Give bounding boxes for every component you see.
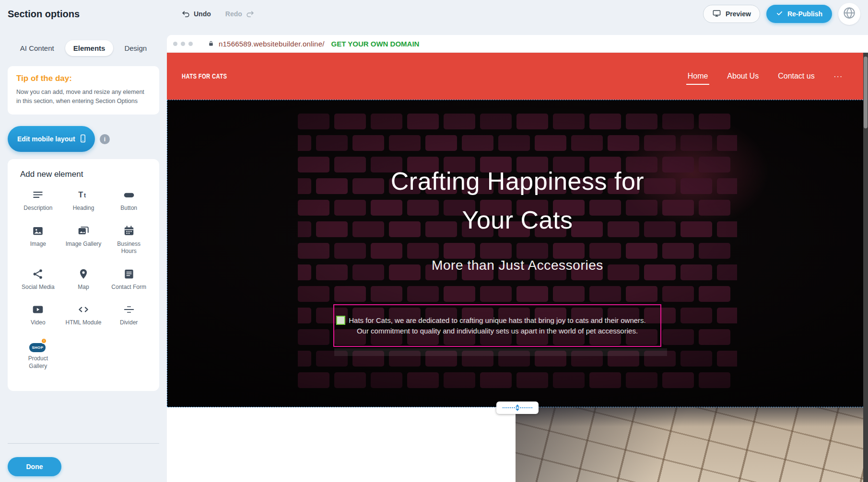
undo-icon [181, 10, 190, 19]
browser-bar: n1566589.websitebuilder.online/ GET YOUR… [167, 35, 868, 53]
republish-button[interactable]: Re-Publish [766, 5, 832, 23]
floor-photo [516, 407, 868, 482]
add-element-card: Add new element DescriptionTtHeadingButt… [8, 159, 159, 391]
tile [298, 329, 329, 345]
nav-contact-us[interactable]: Contact us [778, 72, 814, 80]
site-logo[interactable]: HATS FOR CATS [182, 72, 227, 80]
window-dot [188, 42, 193, 46]
tile [626, 114, 657, 129]
redo-button[interactable]: Redo [225, 10, 255, 19]
tile [644, 135, 676, 151]
tile [516, 114, 548, 129]
tile [516, 286, 548, 302]
tile [334, 243, 366, 259]
tile-row [298, 286, 737, 302]
selected-text-element[interactable]: Hats for Cats, we are dedicated to craft… [333, 304, 661, 347]
tile [407, 114, 439, 129]
html-code-icon [77, 302, 90, 317]
hero-subheading[interactable]: More than Just Accessories [167, 258, 868, 273]
nav-home[interactable]: Home [688, 72, 708, 80]
tile [444, 243, 475, 259]
tab-elements[interactable]: Elements [65, 40, 114, 56]
lock-icon [208, 40, 214, 47]
element-item-divider[interactable]: Divider [106, 302, 152, 327]
element-item-business-hours[interactable]: Business Hours [106, 224, 152, 255]
element-item-map[interactable]: Map [61, 267, 106, 291]
element-item-video[interactable]: Video [15, 302, 61, 327]
tip-card: Tip of the day: Now you can add, move an… [8, 66, 159, 115]
nav-more-button[interactable]: ... [834, 70, 843, 82]
hero-body-text: Hats for Cats, we are dedicated to craft… [349, 315, 646, 336]
language-globe-button[interactable] [838, 3, 860, 25]
arrow-up-icon [516, 404, 519, 407]
tile [298, 351, 311, 367]
canvas-scrollbar[interactable] [863, 53, 868, 482]
tile [717, 308, 737, 323]
element-item-contact-form[interactable]: Contact Form [106, 267, 152, 291]
element-item-image[interactable]: Image [15, 224, 61, 255]
window-dot [173, 42, 177, 46]
globe-icon [842, 6, 856, 22]
editor-canvas: n1566589.websitebuilder.online/ GET YOUR… [167, 35, 868, 482]
tile [608, 135, 639, 151]
resize-handle-green[interactable] [336, 316, 345, 325]
done-button[interactable]: Done [8, 457, 61, 476]
tile [407, 286, 439, 302]
tile-row [298, 372, 737, 388]
element-item-description[interactable]: Description [15, 188, 61, 212]
tile [480, 286, 512, 302]
nav-about-us[interactable]: About Us [727, 72, 759, 80]
hero-heading[interactable]: Crafting Happiness for Your Cats [167, 162, 868, 240]
button-icon [123, 188, 135, 202]
tile [444, 114, 475, 129]
tile [553, 114, 585, 129]
get-domain-link[interactable]: GET YOUR OWN DOMAIN [331, 40, 420, 48]
undo-button[interactable]: Undo [181, 10, 211, 19]
tile [589, 286, 621, 302]
element-item-html-module[interactable]: HTML Module [61, 302, 106, 327]
element-item-product-gallery[interactable]: SHOP↑Product Gallery [15, 338, 61, 370]
element-item-button[interactable]: Button [106, 188, 152, 212]
tile [662, 114, 694, 129]
republish-label: Re-Publish [787, 10, 822, 18]
sidebar-tabs: AI ContentElementsDesign [0, 40, 167, 56]
tile [699, 329, 730, 345]
section-resize-handle[interactable] [496, 402, 539, 414]
element-item-image-gallery[interactable]: Image Gallery [61, 224, 106, 255]
scrollbar-thumb[interactable] [864, 57, 868, 128]
topbar: Section options Undo Redo Preview Re-Pub… [0, 0, 868, 28]
hero-heading-line2: Your Cats [167, 201, 868, 240]
tile [298, 114, 329, 129]
tile [444, 286, 475, 302]
edit-mobile-label: Edit mobile layout [17, 135, 75, 143]
tile [298, 286, 329, 302]
edit-mobile-layout-button[interactable]: Edit mobile layout [8, 126, 95, 152]
preview-button[interactable]: Preview [703, 5, 760, 23]
tile [680, 308, 712, 323]
map-pin-icon [77, 267, 90, 281]
hero-section[interactable]: Crafting Happiness for Your Cats More th… [167, 100, 868, 407]
hover-highlight [334, 348, 667, 356]
element-item-label: Social Media [22, 284, 55, 291]
tile [298, 243, 329, 259]
redo-label: Redo [225, 10, 242, 18]
element-item-label: Product Gallery [19, 355, 57, 370]
tile [407, 372, 439, 388]
tile [516, 243, 548, 259]
dotted-line [503, 407, 532, 408]
tab-ai-content[interactable]: AI Content [12, 40, 62, 56]
tip-body: Now you can add, move and resize any ele… [16, 88, 151, 106]
element-item-label: Image [30, 241, 46, 248]
element-item-heading[interactable]: TtHeading [61, 188, 106, 212]
hero-heading-line1: Crafting Happiness for [167, 162, 868, 201]
hero-body-line2: Our commitment to quality and individual… [349, 326, 646, 336]
element-item-social-media[interactable]: Social Media [15, 267, 61, 291]
tile [352, 135, 384, 151]
tile [717, 135, 737, 151]
tile [316, 135, 348, 151]
tile-row [298, 114, 737, 129]
tile [516, 372, 548, 388]
tile [589, 114, 621, 129]
info-icon[interactable]: i [100, 134, 110, 144]
tab-design[interactable]: Design [116, 40, 155, 56]
